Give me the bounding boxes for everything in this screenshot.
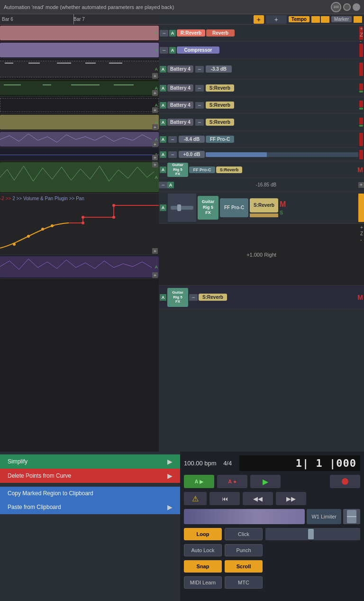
bottom-guitar-sreverb[interactable]: S:Reverb (199, 294, 227, 301)
knob-clock[interactable] (353, 3, 360, 11)
t-btn-rewind[interactable]: ◀◀ (243, 492, 273, 505)
vol-minus[interactable]: − (159, 182, 167, 188)
zoom-z: Z (360, 32, 363, 37)
bottom-guitar-plugin[interactable]: GuitarRig 5FX (167, 288, 188, 307)
ch8-minus[interactable]: − (168, 151, 177, 158)
ch3-minus[interactable]: − (195, 66, 204, 73)
ch6-battery[interactable]: Battery 4 (167, 119, 193, 126)
ch5-battery[interactable]: Battery 4 (167, 102, 193, 109)
add-button-dark[interactable]: + (266, 15, 287, 24)
a-label-7: A (155, 137, 158, 142)
ch9-guitar[interactable]: GuitarRig 5FX (167, 163, 188, 177)
ch1-plugin1[interactable]: R:Reverb (177, 29, 205, 37)
marker-button[interactable]: Marker (331, 16, 352, 22)
transport-row-1: A ▶ A ● ▶ (184, 475, 360, 488)
svg-point-6 (112, 216, 115, 219)
ch3-db[interactable]: -3.3 dB (206, 65, 232, 73)
guitar-large-ffpro[interactable]: FF Pro-C (220, 198, 248, 217)
bottom-buttons-row3: Snap Scroll (184, 560, 360, 573)
ch9-ffpro[interactable]: FF Pro-C (189, 166, 215, 173)
ch7-db[interactable]: -8.4 dB (179, 136, 205, 143)
t-btn-ffwd[interactable]: ▶▶ (276, 492, 306, 505)
t-btn-a-record[interactable]: A ▶ (184, 475, 214, 488)
bar6-label: Bar 6 (2, 17, 13, 22)
track-add-8[interactable]: + (152, 155, 158, 160)
track-add-4[interactable]: + (152, 90, 158, 96)
track-add-3[interactable]: + (152, 73, 158, 79)
knob-100[interactable]: 100 (331, 2, 341, 12)
ch5-s-bar (359, 108, 363, 110)
guitar-large-sreverb[interactable]: S:Reverb (250, 198, 278, 213)
tempo-button[interactable]: Tempo (289, 16, 309, 22)
track-add-bottom[interactable]: + (152, 272, 158, 278)
plugin-strip-wide[interactable] (184, 509, 305, 524)
track-add-6[interactable]: + (152, 124, 158, 130)
track-row-8: A + (0, 148, 159, 161)
guitar-fader[interactable] (168, 194, 196, 222)
ch1-plugin2[interactable]: Reverb (206, 29, 235, 37)
t-btn-a-dot[interactable]: A ● (217, 475, 247, 488)
zoom-minus[interactable]: - (360, 38, 363, 44)
track-add-5[interactable]: + (152, 107, 158, 113)
track-add-9[interactable]: + (152, 162, 158, 167)
ch6-minus[interactable]: − (195, 119, 204, 126)
add-button-orange[interactable]: + (254, 15, 264, 24)
track-row-1: A (0, 25, 159, 42)
ctx-simplify[interactable]: Simplify ▶ (0, 454, 180, 469)
plugin-strip-row: W1 Limiter (184, 509, 360, 524)
rec-dot (342, 478, 348, 485)
channel-strip-2: − A Compressor (159, 42, 364, 59)
channel-strip-6: A Battery 4 − S:Reverb (159, 114, 364, 131)
context-menu: Simplify ▶ Delete Points from Curve ▶ Co… (0, 452, 180, 601)
bottom-guitar-minus[interactable]: − (189, 294, 198, 301)
ch4-minus[interactable]: − (195, 85, 204, 92)
ch9-sreverb[interactable]: S:Reverb (216, 166, 242, 173)
btn-mtc[interactable]: MTC (225, 576, 263, 589)
fader-control[interactable] (343, 509, 360, 524)
ch5-sreverb[interactable]: S:Reverb (206, 102, 234, 109)
t-btn-record[interactable] (330, 475, 360, 488)
ch5-minus[interactable]: − (195, 102, 204, 109)
btn-loop[interactable]: Loop (184, 528, 222, 540)
btn-punch[interactable]: Punch (225, 544, 263, 556)
ch6-sreverb[interactable]: S:Reverb (206, 119, 234, 126)
btn-click[interactable]: Click (225, 528, 263, 540)
ctx-copy[interactable]: Copy Marked Region to Clipboard (0, 487, 180, 500)
ch3-a: A (160, 66, 166, 73)
ctx-delete[interactable]: Delete Points from Curve ▶ (0, 469, 180, 483)
btn-midi-learn[interactable]: MIDI Learn (184, 576, 222, 589)
ch2-compressor[interactable]: Compressor (177, 46, 219, 54)
volume-display-strip: − A -16.85 dB + (159, 178, 364, 192)
ch6-s-bar (359, 125, 363, 127)
ch1-a: A (169, 30, 176, 37)
ctx-paste[interactable]: Paste from Clipboard ▶ (0, 500, 180, 514)
t-btn-warn[interactable]: ⚠ (184, 492, 207, 505)
plugin-strip-label[interactable]: W1 Limiter (307, 509, 341, 524)
ch4-battery[interactable]: Battery 4 (167, 84, 193, 92)
t-btn-rewind-start[interactable]: ⏮ (209, 492, 240, 505)
ch8-db[interactable]: +0.0 dB (179, 151, 205, 158)
btn-auto-lock[interactable]: Auto Lock (184, 544, 222, 556)
track-row-bottom: A + (0, 255, 159, 279)
ch4-sreverb[interactable]: S:Reverb (206, 84, 234, 92)
channel-strip-bottom-guitar: A GuitarRig 5FX − S:Reverb M (159, 286, 364, 309)
simplify-arrow: ▶ (167, 458, 173, 465)
btn-scroll[interactable]: Scroll (225, 560, 263, 573)
vol-add[interactable]: + (358, 182, 364, 188)
ch2-a: A (169, 47, 176, 54)
track-add-auto[interactable]: + (152, 248, 158, 254)
zoom-plus[interactable]: + (360, 26, 363, 31)
guitar-large-plugin[interactable]: GuitarRig 5FX (198, 196, 218, 220)
knob-8[interactable] (343, 3, 351, 11)
guitar-large-s: S (280, 210, 286, 215)
t-btn-play[interactable]: ▶ (250, 475, 281, 488)
automation-lane: -2 >> 2 >> Volume & Pan Plugin >> Pan + (0, 194, 159, 255)
ch7-ffpro[interactable]: FF Pro-C (206, 136, 234, 143)
btn-snap[interactable]: Snap (184, 560, 222, 573)
fader-bar[interactable] (265, 528, 360, 540)
ch7-minus[interactable]: − (168, 136, 177, 143)
track-add-7[interactable]: + (152, 141, 158, 147)
ch2-minus[interactable]: − (160, 47, 168, 54)
ch3-battery[interactable]: Battery 4 (167, 65, 193, 73)
ch1-minus[interactable]: − (160, 30, 168, 37)
